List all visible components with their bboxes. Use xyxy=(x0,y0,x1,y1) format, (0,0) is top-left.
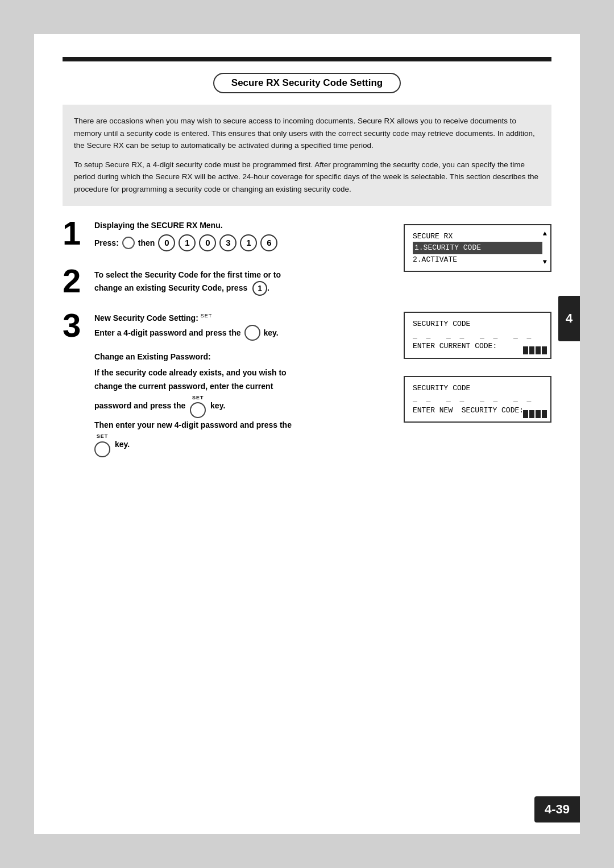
key-3: 3 xyxy=(219,234,237,251)
arrow-down-icon: ▼ xyxy=(543,258,547,266)
key-0a: 0 xyxy=(158,234,175,251)
intro-block: There are occasions when you may wish to… xyxy=(63,105,551,206)
steps-column: 1 Displaying the SECURE RX Menu. Press: … xyxy=(63,218,390,457)
step-2: 2 To select the Security Code for the fi… xyxy=(63,266,390,296)
lcd1-line3: 2.ACTIVATE xyxy=(413,254,542,266)
step-3-number: 3 xyxy=(63,311,86,340)
press-label: Press: xyxy=(94,238,119,247)
lcd-panel-3: SECURITY CODE _ _ _ _ _ _ _ _ ENTER NEW … xyxy=(404,376,551,423)
key-0b: 0 xyxy=(199,234,216,251)
set-button-3 xyxy=(94,441,110,457)
step-1-body: Displaying the SECURE RX Menu. Press: th… xyxy=(94,218,390,251)
change-title: Change an Existing Password: xyxy=(94,352,390,361)
arrow-up-icon: ▲ xyxy=(543,230,547,238)
lcd3-line1: SECURITY CODE xyxy=(413,383,542,394)
section-title-wrapper: Secure RX Security Code Setting xyxy=(63,73,551,93)
key-1: 1 xyxy=(179,234,196,251)
lcd2-dash: _ _ _ _ _ _ _ _ xyxy=(413,330,542,341)
step-1-title-text: Displaying the SECURE RX Menu. xyxy=(94,221,223,230)
step-1-number: 1 xyxy=(63,218,86,248)
step-2-text: To select the Security Code for the firs… xyxy=(94,268,390,296)
step-1: 1 Displaying the SECURE RX Menu. Press: … xyxy=(63,218,390,251)
lcd-panel-1: SECURE RX 1.SECURITY CODE 2.ACTIVATE ▲ ▼ xyxy=(404,224,551,272)
change-text: If the security code already exists, and… xyxy=(94,366,390,457)
set-label-3: SET xyxy=(97,432,109,441)
intro-paragraph-2: To setup Secure RX, a 4-digit security c… xyxy=(74,159,540,196)
top-bar xyxy=(63,57,551,61)
step-3-new-line: Enter a 4-digit password and press the k… xyxy=(94,325,390,341)
lcd2-line1: SECURITY CODE xyxy=(413,319,542,330)
lcd-panel-2: SECURITY CODE _ _ _ _ _ _ _ _ ENTER CURR… xyxy=(404,312,551,359)
lcd3-squares xyxy=(523,410,547,418)
set-label-1: SET xyxy=(201,313,213,319)
step-1-press-line: Press: then 0 1 0 3 1 6 xyxy=(94,234,390,251)
program-button-circle xyxy=(122,237,135,249)
set-button-2 xyxy=(190,402,206,418)
step-3-new-title: New Security Code Setting: SET xyxy=(94,313,390,323)
set-button-1 xyxy=(244,325,260,341)
page-container: Secure RX Security Code Setting There ar… xyxy=(34,34,580,834)
lcd3-dash: _ _ _ _ _ _ _ _ xyxy=(413,394,542,405)
key-1-step2: 1 xyxy=(252,281,267,296)
step-1-title: Displaying the SECURE RX Menu. xyxy=(94,221,390,230)
step-2-number: 2 xyxy=(63,266,86,296)
step-2-line2: change an existing Security Code, press xyxy=(94,283,247,292)
lcd2-squares xyxy=(523,346,547,354)
step-3: 3 New Security Code Setting: SET Enter a… xyxy=(63,311,390,457)
key-1b: 1 xyxy=(240,234,257,251)
set-label-2: SET xyxy=(192,394,204,403)
lcd1-line2: 1.SECURITY CODE xyxy=(413,242,542,254)
step-2-line1: To select the Security Code for the firs… xyxy=(94,270,281,279)
change-password-section: Change an Existing Password: If the secu… xyxy=(94,352,390,457)
intro-paragraph-1: There are occasions when you may wish to… xyxy=(74,115,540,152)
spacer-1 xyxy=(404,289,551,295)
chapter-tab: 4 xyxy=(558,296,580,341)
step-3-body: New Security Code Setting: SET Enter a 4… xyxy=(94,311,390,457)
lcd1-line1: SECURE RX xyxy=(413,231,542,242)
then-label: then xyxy=(138,238,155,247)
lcd-panels-column: SECURE RX 1.SECURITY CODE 2.ACTIVATE ▲ ▼… xyxy=(404,218,551,423)
step-2-body: To select the Security Code for the firs… xyxy=(94,266,390,296)
page-number: 4-39 xyxy=(534,796,580,822)
key-6: 6 xyxy=(260,234,277,251)
main-content: 1 Displaying the SECURE RX Menu. Press: … xyxy=(63,218,551,457)
section-title: Secure RX Security Code Setting xyxy=(213,73,401,93)
